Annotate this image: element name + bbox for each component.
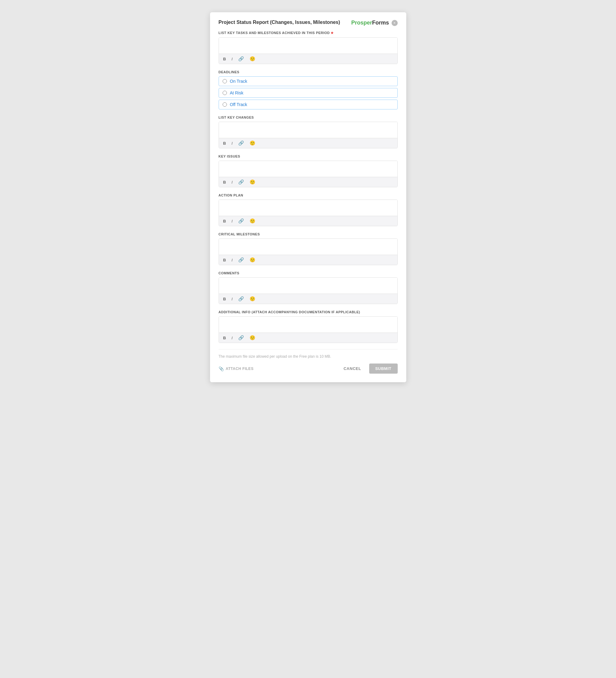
critical-milestones-section: CRITICAL MILESTONES B I 🔗 🙂	[219, 232, 398, 265]
additional-info-italic-btn[interactable]: I	[230, 335, 234, 341]
required-star: ★	[330, 31, 334, 35]
comments-emoji-btn[interactable]: 🙂	[248, 296, 257, 302]
attach-label: ATTACH FILES	[226, 367, 254, 371]
footer-actions: 📎 ATTACH FILES CANCEL SUBMIT	[219, 364, 398, 374]
radio-off-track[interactable]: Off Track	[219, 100, 398, 109]
modal-container: Project Status Report (Changes, Issues, …	[210, 12, 406, 382]
modal-header: Project Status Report (Changes, Issues, …	[219, 20, 398, 26]
action-buttons: CANCEL SUBMIT	[338, 364, 397, 374]
tasks-editor: B I 🔗 🙂	[219, 37, 398, 64]
critical-milestones-italic-btn[interactable]: I	[230, 257, 234, 263]
file-size-note: The maximum file size allowed per upload…	[219, 354, 398, 359]
brand-logo: Prosper Forms	[351, 20, 389, 26]
comments-link-btn[interactable]: 🔗	[237, 296, 245, 302]
critical-milestones-bold-btn[interactable]: B	[222, 257, 227, 263]
action-plan-input[interactable]	[219, 200, 397, 215]
action-plan-link-btn[interactable]: 🔗	[237, 218, 245, 224]
key-issues-toolbar: B I 🔗 🙂	[219, 177, 397, 187]
attach-files-button[interactable]: 📎 ATTACH FILES	[219, 366, 254, 371]
action-plan-italic-btn[interactable]: I	[230, 218, 234, 224]
radio-on-track[interactable]: On Track	[219, 76, 398, 86]
key-issues-input[interactable]	[219, 161, 397, 176]
radio-off-track-label: Off Track	[230, 102, 247, 107]
critical-milestones-editor: B I 🔗 🙂	[219, 238, 398, 265]
tasks-toolbar: B I 🔗 🙂	[219, 53, 397, 64]
comments-bold-btn[interactable]: B	[222, 296, 227, 302]
brand-forms: Forms	[372, 20, 389, 26]
tasks-italic-btn[interactable]: I	[230, 56, 234, 62]
key-changes-section: LIST KEY CHANGES B I 🔗 🙂	[219, 116, 398, 148]
deadlines-section: DEADLINES On Track At Risk Off Track	[219, 70, 398, 109]
action-plan-label: ACTION PLAN	[219, 193, 398, 197]
action-plan-editor: B I 🔗 🙂	[219, 199, 398, 226]
critical-milestones-toolbar: B I 🔗 🙂	[219, 255, 397, 265]
brand-prosper: Prosper	[351, 20, 372, 26]
footer-section: The maximum file size allowed per upload…	[219, 349, 398, 374]
critical-milestones-label: CRITICAL MILESTONES	[219, 232, 398, 236]
comments-input[interactable]	[219, 278, 397, 292]
additional-info-label: ADDITIONAL INFO (ATTACH ACCOMPANYING DOC…	[219, 310, 398, 314]
key-issues-editor: B I 🔗 🙂	[219, 161, 398, 187]
action-plan-section: ACTION PLAN B I 🔗 🙂	[219, 193, 398, 226]
comments-italic-btn[interactable]: I	[230, 296, 234, 302]
key-changes-emoji-btn[interactable]: 🙂	[248, 140, 257, 147]
key-issues-section: KEY ISSUES B I 🔗 🙂	[219, 154, 398, 187]
key-changes-input[interactable]	[219, 122, 397, 137]
action-plan-emoji-btn[interactable]: 🙂	[248, 218, 257, 224]
critical-milestones-input[interactable]	[219, 239, 397, 254]
key-issues-emoji-btn[interactable]: 🙂	[248, 179, 257, 185]
comments-label: COMMENTS	[219, 271, 398, 275]
comments-editor: B I 🔗 🙂	[219, 277, 398, 304]
critical-milestones-emoji-btn[interactable]: 🙂	[248, 257, 257, 263]
comments-toolbar: B I 🔗 🙂	[219, 294, 397, 304]
key-changes-italic-btn[interactable]: I	[230, 140, 234, 146]
additional-info-toolbar: B I 🔗 🙂	[219, 333, 397, 343]
additional-info-emoji-btn[interactable]: 🙂	[248, 334, 257, 341]
additional-info-input[interactable]	[219, 316, 397, 331]
radio-at-risk-input[interactable]	[223, 91, 227, 95]
action-plan-bold-btn[interactable]: B	[222, 218, 227, 224]
additional-info-bold-btn[interactable]: B	[222, 335, 227, 341]
radio-on-track-label: On Track	[230, 79, 247, 84]
tasks-emoji-btn[interactable]: 🙂	[248, 55, 257, 62]
key-issues-bold-btn[interactable]: B	[222, 179, 227, 185]
radio-at-risk-label: At Risk	[230, 90, 244, 95]
additional-info-editor: B I 🔗 🙂	[219, 316, 398, 343]
deadlines-label: DEADLINES	[219, 70, 398, 74]
key-issues-label: KEY ISSUES	[219, 154, 398, 158]
radio-on-track-input[interactable]	[223, 79, 227, 83]
key-changes-bold-btn[interactable]: B	[222, 140, 227, 146]
critical-milestones-link-btn[interactable]: 🔗	[237, 257, 245, 263]
additional-info-link-btn[interactable]: 🔗	[237, 334, 245, 341]
comments-section: COMMENTS B I 🔗 🙂	[219, 271, 398, 304]
key-changes-label: LIST KEY CHANGES	[219, 116, 398, 119]
deadlines-radio-group: On Track At Risk Off Track	[219, 76, 398, 109]
tasks-input[interactable]	[219, 38, 397, 52]
key-changes-link-btn[interactable]: 🔗	[237, 140, 245, 147]
key-issues-italic-btn[interactable]: I	[230, 179, 234, 185]
cancel-button[interactable]: CANCEL	[338, 364, 366, 374]
action-plan-toolbar: B I 🔗 🙂	[219, 216, 397, 226]
tasks-label: LIST KEY TASKS AND MILESTONES ACHIEVED I…	[219, 31, 398, 35]
tasks-link-btn[interactable]: 🔗	[237, 55, 245, 62]
attach-icon: 📎	[219, 366, 224, 371]
key-changes-editor: B I 🔗 🙂	[219, 122, 398, 148]
close-button[interactable]: ×	[392, 20, 398, 26]
key-changes-toolbar: B I 🔗 🙂	[219, 138, 397, 148]
tasks-section: LIST KEY TASKS AND MILESTONES ACHIEVED I…	[219, 31, 398, 64]
tasks-bold-btn[interactable]: B	[222, 56, 227, 62]
radio-at-risk[interactable]: At Risk	[219, 88, 398, 98]
additional-info-section: ADDITIONAL INFO (ATTACH ACCOMPANYING DOC…	[219, 310, 398, 343]
submit-button[interactable]: SUBMIT	[369, 364, 398, 374]
modal-title: Project Status Report (Changes, Issues, …	[219, 20, 348, 25]
key-issues-link-btn[interactable]: 🔗	[237, 179, 245, 185]
radio-off-track-input[interactable]	[223, 102, 227, 107]
